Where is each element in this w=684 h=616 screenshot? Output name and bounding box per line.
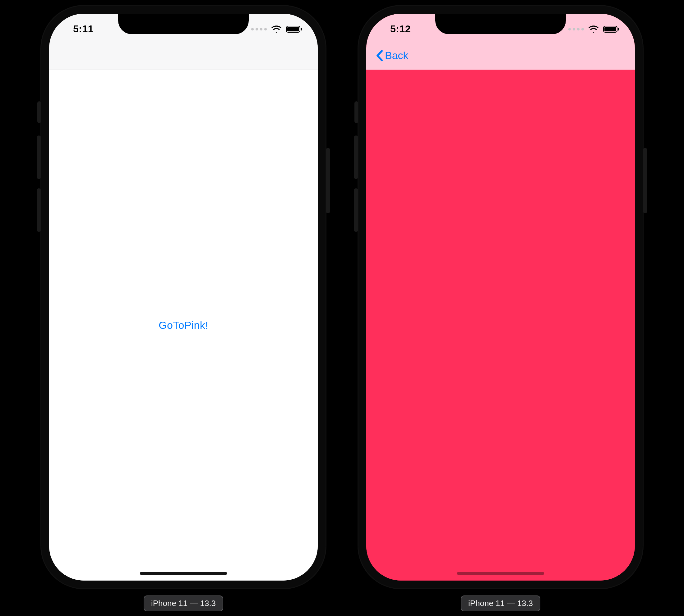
navigation-bar: Back (366, 42, 635, 70)
battery-full-icon (286, 25, 303, 33)
home-indicator[interactable] (140, 572, 227, 575)
simulator-caption: iPhone 11 — 13.3 (461, 595, 540, 611)
simulator-left: 5:11 (40, 5, 326, 611)
mute-switch[interactable] (37, 101, 41, 123)
notch (118, 14, 249, 34)
iphone-device-right: 5:12 (358, 5, 644, 589)
wifi-icon (271, 25, 282, 33)
status-indicators (251, 22, 303, 33)
cellular-signal-icon (251, 28, 267, 30)
volume-down-button[interactable] (354, 188, 358, 232)
status-indicators (568, 22, 620, 33)
svg-rect-2 (301, 28, 302, 30)
status-time: 5:12 (366, 20, 435, 35)
screen: 5:12 (366, 14, 635, 580)
svg-rect-1 (287, 27, 299, 31)
screen: 5:11 (49, 14, 318, 580)
go-to-pink-button[interactable]: GoToPink! (149, 313, 218, 337)
svg-rect-4 (604, 27, 616, 31)
cellular-signal-icon (568, 28, 584, 30)
power-button[interactable] (326, 148, 330, 213)
simulator-caption: iPhone 11 — 13.3 (144, 595, 223, 611)
battery-full-icon (603, 25, 620, 33)
home-indicator[interactable] (457, 572, 544, 575)
status-time: 5:11 (49, 20, 117, 35)
wifi-icon (588, 25, 599, 33)
svg-rect-5 (618, 28, 619, 30)
simulator-right: 5:12 (358, 5, 644, 611)
iphone-device-left: 5:11 (40, 5, 326, 589)
simulator-pair: 5:11 (0, 0, 684, 616)
volume-up-button[interactable] (354, 135, 358, 179)
view-content (366, 70, 635, 580)
mute-switch[interactable] (355, 101, 358, 123)
notch (435, 14, 566, 34)
navigation-bar (49, 42, 318, 70)
back-button-label: Back (385, 49, 408, 62)
chevron-left-icon (376, 50, 384, 62)
volume-up-button[interactable] (37, 135, 41, 179)
back-button[interactable]: Back (372, 48, 412, 63)
power-button[interactable] (643, 148, 647, 213)
volume-down-button[interactable] (37, 188, 41, 232)
view-content: GoToPink! (49, 70, 318, 580)
